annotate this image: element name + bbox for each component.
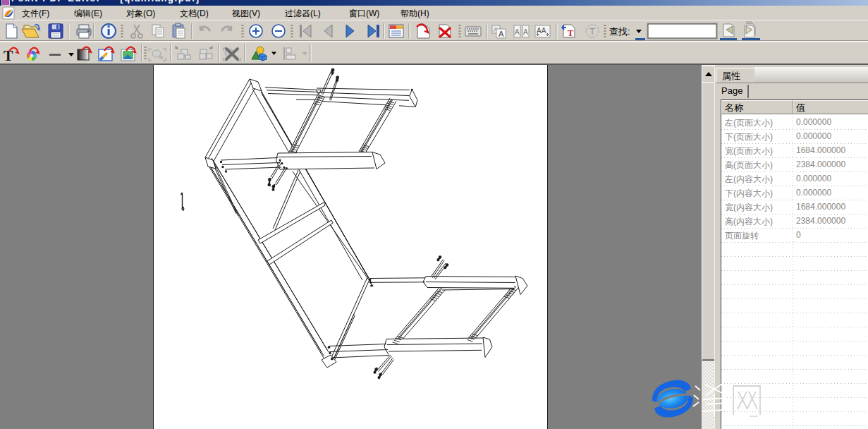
svg-text:A: A [523, 28, 528, 36]
svg-text:A: A [515, 28, 520, 36]
svg-text:T: T [4, 48, 13, 64]
svg-text:查找:: 查找: [609, 26, 630, 37]
svg-text:T: T [568, 28, 573, 38]
svg-text:A: A [499, 30, 504, 38]
svg-text:T: T [589, 26, 595, 37]
